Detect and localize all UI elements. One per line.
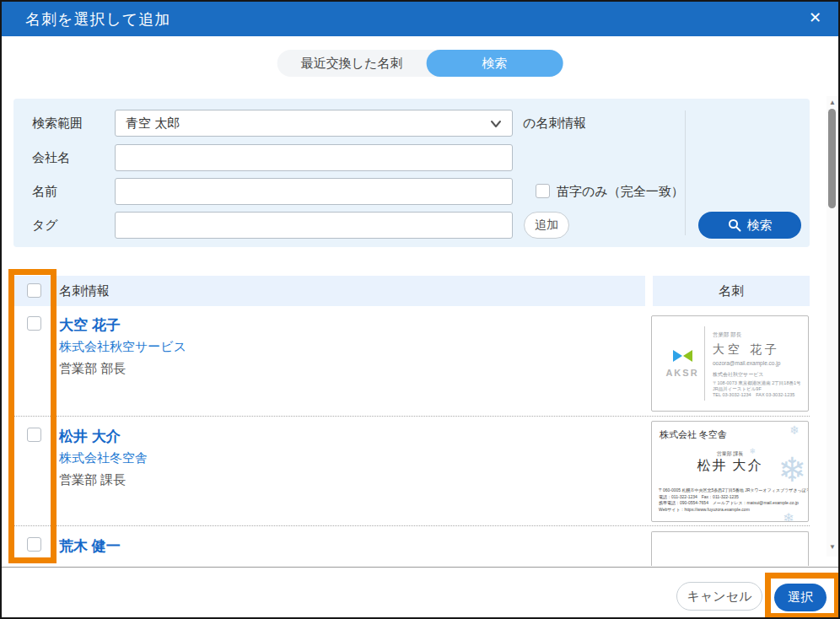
card-text: 〒060-0005 札幌市中央区北5条西2丁目5番地 JRタワーオフィスプラザさ… — [659, 487, 783, 513]
tab-search[interactable]: 検索 — [426, 50, 563, 77]
card-address1: 〒108-0073 東京都港区港南 2丁目18番1号 — [713, 380, 805, 386]
add-tag-button[interactable]: 追加 — [524, 212, 569, 239]
contact-title: 営業部 部長 — [59, 361, 126, 377]
card-company: 株式会社 冬空舎 — [660, 428, 727, 441]
card-email: oozora@mail.example.co.jp — [713, 360, 805, 366]
add-card-modal: 名刺を選択して追加 ✕ 最近交換した名刺 検索 検索範囲 青空 太郎 の名刺情報… — [0, 0, 840, 619]
triangle-left-icon — [683, 350, 692, 362]
chevron-down-icon — [490, 118, 502, 130]
card-dept: 営業部 部長 — [713, 331, 805, 339]
card-logo: AKSR — [663, 350, 702, 378]
table-row: 荒木 健一 — [13, 526, 810, 566]
modal-header: 名刺を選択して追加 ✕ — [2, 2, 838, 36]
card-company: 株式会社秋空サービス — [713, 371, 805, 379]
contact-name-link[interactable]: 大空 花子 — [59, 315, 121, 335]
list-header: 名刺情報 — [13, 276, 645, 306]
surname-only-label: 苗字のみ（完全一致） — [557, 184, 684, 200]
card-person-name: 大空 花子 — [713, 342, 805, 358]
cancel-button[interactable]: キャンセル — [676, 582, 762, 611]
card-logo-text: AKSR — [663, 368, 702, 378]
column-header-card: 名刺 — [653, 276, 810, 306]
scope-select[interactable]: 青空 太郎 — [115, 110, 513, 137]
card-tel: TEL 03-3032-1234 FAX 03-3032-1235 — [713, 392, 805, 398]
bowtie-logo-icon — [663, 350, 702, 362]
contact-company-link[interactable]: 株式会社冬空舎 — [59, 450, 148, 466]
select-all-checkbox[interactable] — [27, 283, 41, 298]
modal-title: 名刺を選択して追加 — [25, 9, 170, 30]
select-button[interactable]: 選択 — [774, 584, 827, 611]
scope-selected-value: 青空 太郎 — [126, 116, 180, 132]
search-button-label: 検索 — [747, 218, 773, 234]
business-card-image[interactable]: ❄ ❄ ❄ ❄ 株式会社 冬空舎 営業部 課長 松井 大介 〒060-0005 … — [651, 421, 809, 522]
scope-label: 検索範囲 — [32, 116, 83, 132]
tab-recent-cards[interactable]: 最近交換した名刺 — [277, 56, 427, 72]
company-input[interactable] — [115, 144, 513, 171]
table-row: 大空 花子 株式会社秋空サービス 営業部 部長 AKSR 営業部 部長 大空 花… — [13, 305, 810, 416]
name-input[interactable] — [115, 178, 513, 205]
contact-name-link[interactable]: 荒木 健一 — [59, 536, 121, 556]
row-checkbox[interactable] — [27, 428, 41, 442]
tag-label: タグ — [32, 218, 58, 234]
card-address2: JR品川イーストビル9F — [713, 386, 805, 392]
snowflake-icon: ❄ — [789, 423, 800, 437]
footer-divider — [2, 567, 838, 568]
card-address: 〒060-0005 札幌市中央区北5条西2丁目5番地 JRタワーオフィスプラザさ… — [659, 487, 783, 494]
scroll-down-icon[interactable]: ▼ — [827, 543, 838, 551]
row-checkbox[interactable] — [27, 537, 41, 552]
card-web: Webサイト：https://www.fuyuzora.example.com — [659, 507, 783, 514]
search-panel: 検索範囲 青空 太郎 の名刺情報 会社名 名前 苗字のみ（完全一致） タグ 追加… — [13, 99, 810, 247]
contact-company-link[interactable]: 株式会社秋空サービス — [59, 339, 186, 355]
panel-divider — [685, 110, 686, 235]
tag-input[interactable] — [115, 212, 513, 239]
card-text: 営業部 部長 大空 花子 oozora@mail.example.co.jp 株… — [713, 331, 805, 398]
row-checkbox[interactable] — [27, 316, 41, 331]
card-person-name: 松井 大介 — [652, 457, 808, 475]
business-card-image[interactable]: AKSR 営業部 部長 大空 花子 oozora@mail.example.co… — [651, 315, 809, 412]
contact-title: 営業部 課長 — [59, 472, 126, 488]
scope-suffix-text: の名刺情報 — [523, 116, 586, 132]
column-header-card-info: 名刺情報 — [59, 283, 110, 299]
scrollbar[interactable]: ▲ ▼ — [827, 96, 838, 557]
close-icon[interactable]: ✕ — [809, 8, 821, 27]
surname-only-checkbox[interactable] — [536, 184, 550, 198]
business-card-image[interactable] — [651, 531, 809, 566]
name-label: 名前 — [32, 184, 57, 200]
snowflake-icon: ❄ — [783, 510, 794, 522]
card-mobile: 携帯電話：090-0554-7654 メールアドレス：matsui@mail.e… — [659, 500, 783, 507]
scroll-up-icon[interactable]: ▲ — [827, 99, 838, 106]
search-icon — [728, 218, 741, 232]
table-row: 松井 大介 株式会社冬空舎 営業部 課長 ❄ ❄ ❄ ❄ 株式会社 冬空舎 営業… — [13, 417, 810, 526]
tab-group: 最近交換した名刺 検索 — [277, 50, 563, 77]
scrollbar-thumb[interactable] — [828, 109, 836, 208]
contact-name-link[interactable]: 松井 大介 — [59, 427, 121, 446]
company-label: 会社名 — [32, 150, 70, 166]
triangle-right-icon — [673, 350, 682, 362]
card-tel: 電話：011-322-1234 Fax：011-322-1235 — [659, 494, 783, 501]
card-divider — [704, 326, 705, 401]
search-button[interactable]: 検索 — [698, 212, 801, 239]
